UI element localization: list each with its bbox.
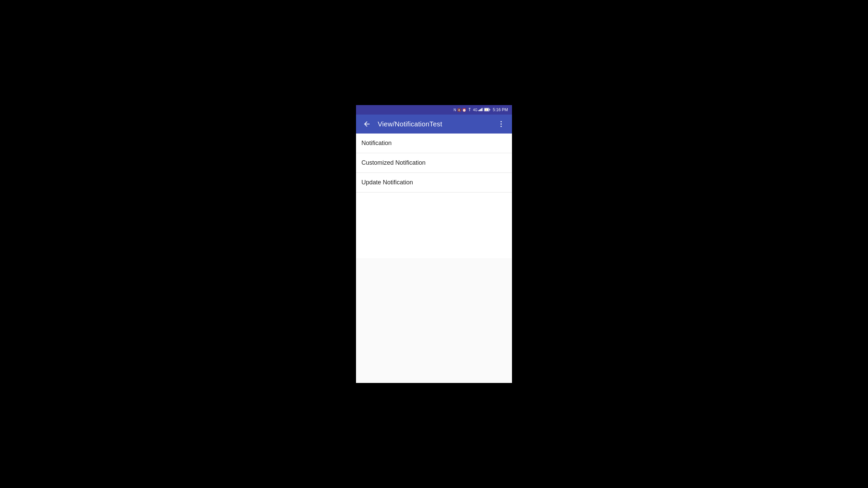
back-button[interactable]: [361, 119, 372, 129]
svg-rect-4: [481, 108, 482, 111]
network-type-icon: 4G: [473, 108, 477, 112]
mute-icon: 🔇: [457, 108, 461, 112]
empty-area: [356, 258, 512, 383]
svg-point-0: [469, 111, 470, 111]
network-icon-1: N: [454, 108, 456, 112]
phone-screen: N 🔇 ⏰ 4G: [356, 105, 512, 383]
svg-rect-3: [480, 109, 481, 111]
svg-rect-2: [479, 109, 480, 111]
app-bar-title: View/NotificationTest: [378, 120, 490, 128]
svg-rect-7: [490, 109, 490, 110]
list-item-notification-label: Notification: [361, 140, 392, 147]
svg-point-12: [500, 126, 502, 127]
menu-button[interactable]: [496, 119, 507, 129]
battery-icon: ⚡: [484, 108, 490, 112]
signal-strength-icon: [478, 108, 483, 112]
svg-rect-1: [478, 110, 479, 111]
app-bar: View/NotificationTest: [356, 115, 512, 134]
status-time: 5:16 PM: [493, 107, 508, 112]
list-item-notification[interactable]: Notification: [356, 134, 512, 153]
svg-text:⚡: ⚡: [485, 109, 488, 111]
status-bar-icons: N 🔇 ⏰ 4G: [454, 107, 508, 112]
alarm-icon: ⏰: [462, 108, 466, 112]
svg-point-11: [500, 123, 502, 125]
list-item-update-notification-label: Update Notification: [361, 179, 413, 186]
svg-point-10: [500, 121, 502, 122]
list-container: Notification Customized Notification Upd…: [356, 134, 512, 258]
list-item-customized-notification-label: Customized Notification: [361, 159, 426, 166]
list-item-customized-notification[interactable]: Customized Notification: [356, 153, 512, 173]
status-bar: N 🔇 ⏰ 4G: [356, 105, 512, 115]
svg-rect-5: [482, 108, 483, 111]
list-item-update-notification[interactable]: Update Notification: [356, 173, 512, 192]
wifi-icon: [467, 108, 472, 112]
